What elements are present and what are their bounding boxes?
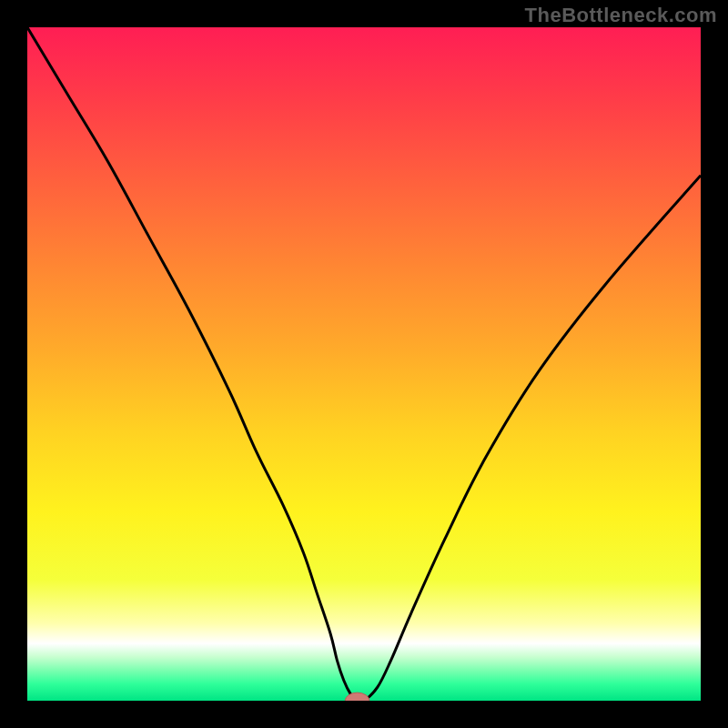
gradient-background bbox=[27, 27, 701, 701]
plot-area bbox=[27, 27, 701, 701]
watermark-text: TheBottleneck.com bbox=[525, 4, 717, 27]
chart-frame: TheBottleneck.com bbox=[0, 0, 728, 728]
plot-svg bbox=[27, 27, 701, 701]
